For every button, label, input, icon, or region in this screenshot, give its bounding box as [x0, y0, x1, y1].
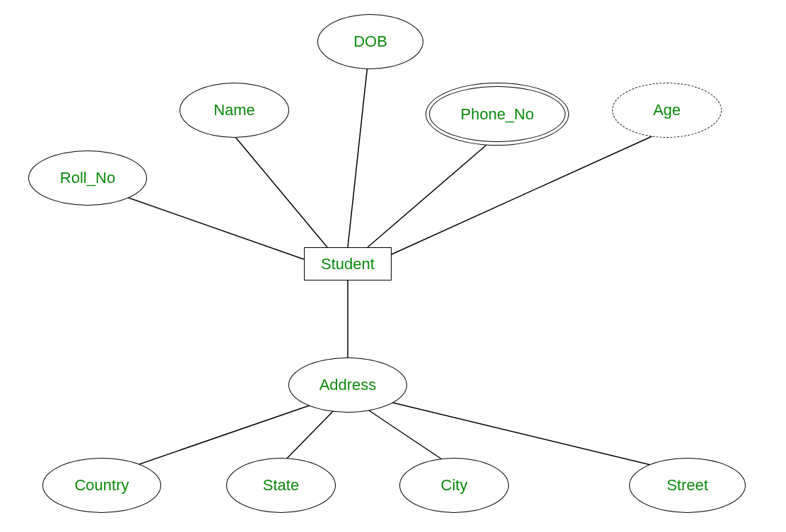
- attribute-roll-no: Roll_No: [28, 150, 147, 206]
- sub-attribute-state: State: [226, 458, 336, 513]
- attribute-name: Name: [180, 83, 289, 138]
- attribute-age: Age: [612, 83, 722, 138]
- attribute-name-label: Name: [213, 101, 255, 119]
- attribute-address: Address: [288, 357, 407, 413]
- attribute-phone-no-label: Phone_No: [461, 105, 534, 124]
- svg-line-2: [348, 65, 368, 247]
- sub-attribute-country: Country: [42, 458, 161, 513]
- sub-attribute-state-label: State: [263, 476, 299, 495]
- svg-line-1: [232, 133, 327, 247]
- entity-label: Student: [321, 255, 375, 273]
- entity-student: Student: [304, 247, 392, 280]
- svg-line-4: [392, 131, 664, 254]
- sub-attribute-street: Street: [629, 458, 746, 513]
- attribute-address-label: Address: [319, 376, 377, 394]
- sub-attribute-country-label: Country: [74, 476, 129, 495]
- svg-line-3: [368, 138, 495, 247]
- sub-attribute-street-label: Street: [667, 476, 708, 495]
- attribute-dob: DOB: [317, 14, 423, 69]
- svg-line-7: [279, 405, 339, 466]
- attribute-phone-no: Phone_No: [426, 83, 569, 146]
- sub-attribute-city: City: [399, 458, 509, 513]
- connector-lines: [0, 0, 786, 532]
- attribute-dob-label: DOB: [353, 32, 387, 51]
- attribute-age-label: Age: [653, 101, 681, 119]
- sub-attribute-city-label: City: [441, 476, 468, 495]
- attribute-roll-no-label: Roll_No: [60, 169, 115, 187]
